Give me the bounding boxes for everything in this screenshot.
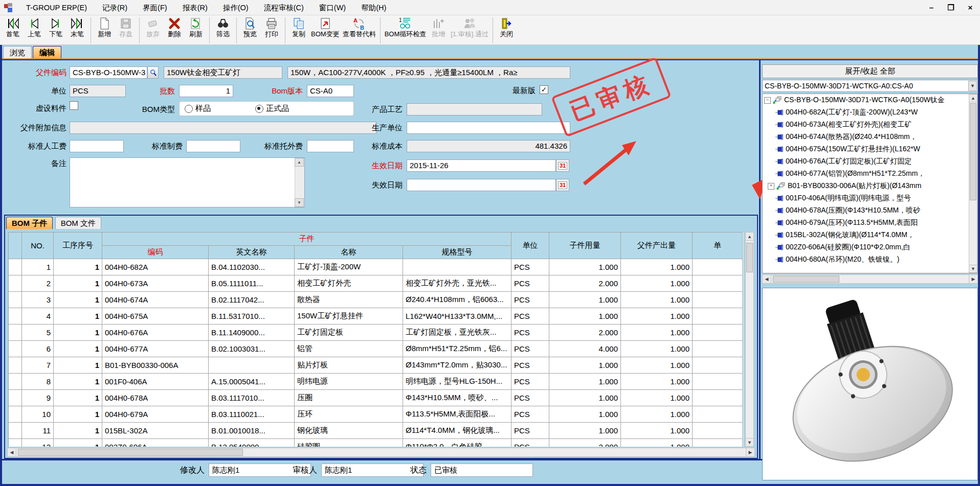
cell[interactable]: 1.000 (621, 259, 693, 275)
tab-bom-children[interactable]: BOM 子件 (6, 217, 53, 229)
row-indicator[interactable] (9, 406, 22, 423)
cell[interactable]: 004H0-679A (102, 406, 209, 423)
cell[interactable]: 1 (54, 292, 102, 308)
cell[interactable]: B.05.1111011... (209, 275, 295, 292)
hscroll-thumb[interactable] (18, 449, 243, 456)
toolbar-button-首笔[interactable]: 首笔 (2, 16, 24, 38)
cell[interactable]: PCS (511, 259, 549, 275)
cell[interactable]: 3 (22, 292, 54, 308)
cell[interactable]: 贴片灯板 (295, 357, 403, 374)
cell[interactable]: 铝管 (295, 341, 403, 357)
cell[interactable] (209, 357, 295, 374)
cell[interactable]: A.15.0005041... (209, 374, 295, 390)
cell[interactable] (693, 357, 743, 374)
row-indicator[interactable] (9, 292, 22, 308)
cell[interactable]: 1.000 (549, 390, 621, 406)
cell[interactable]: 004H0-673A (102, 275, 209, 292)
cell[interactable]: 1 (54, 341, 102, 357)
scroll-left-icon[interactable]: ◀ (7, 448, 16, 457)
cell[interactable]: 2.000 (549, 439, 621, 447)
cell[interactable]: 004H0-677A (102, 341, 209, 357)
cell[interactable]: 1.000 (621, 308, 693, 325)
menu-item-1[interactable]: 记录(R) (95, 0, 135, 15)
cell[interactable]: PCS (511, 357, 549, 374)
expand-icon[interactable]: + (768, 183, 774, 190)
bom-version-field[interactable]: CS-A0 (307, 85, 354, 97)
scroll-up-icon[interactable]: ▲ (295, 158, 304, 167)
row-indicator[interactable] (9, 439, 22, 447)
cell[interactable]: Φ113.5*H5MM,表面阳极... (403, 406, 511, 423)
cell[interactable] (693, 292, 743, 308)
cell[interactable]: 150W工矿灯悬挂件 (295, 308, 403, 325)
tree-item[interactable]: 001F0-406A(明纬电源)(明纬电源，型号 (763, 192, 967, 204)
tree-item[interactable]: 015BL-302A(钢化玻璃)(Ø114*T4.0MM， (763, 229, 967, 241)
close-button[interactable]: × (961, 0, 980, 15)
remark-field[interactable]: ▲ ▼ (70, 157, 305, 207)
cell[interactable]: 004H0-674A (102, 292, 209, 308)
cell[interactable]: Φ143*H10.5MM，喷砂、... (403, 390, 511, 406)
toolbar-button-上笔[interactable]: 上笔 (24, 16, 45, 38)
tree-item[interactable]: 004H0-680A(吊环)(M20、铁镀镍。) (763, 253, 967, 266)
cell[interactable]: 004H0-675A (102, 308, 209, 325)
cell[interactable]: 1.000 (621, 390, 693, 406)
cell[interactable]: 1.000 (621, 357, 693, 374)
cell[interactable] (693, 423, 743, 439)
cell[interactable]: 1.000 (549, 423, 621, 439)
cell[interactable]: 004H0-676A (102, 325, 209, 341)
restore-button[interactable]: ❐ (941, 0, 961, 15)
cell[interactable]: 1 (54, 275, 102, 292)
toolbar-button-存盘[interactable]: 存盘 (115, 16, 137, 38)
cell[interactable]: B.02.1117042... (209, 292, 295, 308)
effective-date-field[interactable]: 2015-11-26 (407, 159, 556, 172)
cell[interactable]: PCS (511, 275, 549, 292)
cell[interactable]: B.03.1117010... (209, 390, 295, 406)
std-labor-field[interactable] (70, 140, 124, 152)
cell[interactable]: Ø143mm*T2.0mm，贴3030... (403, 357, 511, 374)
cell[interactable]: 1.000 (621, 325, 693, 341)
cell[interactable]: 明纬电源，型号HLG-150H... (403, 374, 511, 390)
toolbar-button-筛选[interactable]: 筛选 (212, 16, 234, 38)
cell[interactable]: 10 (22, 406, 54, 423)
menu-item-4[interactable]: 操作(O) (215, 0, 256, 15)
cell[interactable]: L162*W40*H133*T3.0MM,... (403, 308, 511, 325)
cell[interactable]: 1 (54, 439, 102, 447)
cell[interactable]: 1.000 (621, 341, 693, 357)
bom-version-dropdown[interactable]: CS-BYB-O-150MW-30D71-WCTKG-A0:CS-A0 (762, 80, 978, 92)
cell[interactable]: 1 (54, 357, 102, 374)
cell[interactable]: Ø114*T4.0MM，钢化玻璃... (403, 423, 511, 439)
vscroll-thumb[interactable] (746, 243, 753, 272)
std-mfg-field[interactable] (186, 140, 240, 152)
cell[interactable]: Ø240.4*H108mm，铝6063... (403, 292, 511, 308)
cell[interactable]: 1.000 (549, 308, 621, 325)
tree-item[interactable]: 004H0-678A(压圈)(Φ143*H10.5MM，喷砂 (763, 204, 967, 217)
tab-edit[interactable]: 编辑 (33, 46, 61, 58)
minimize-button[interactable]: – (922, 0, 941, 15)
cell[interactable]: 1.000 (621, 423, 693, 439)
row-indicator[interactable] (9, 357, 22, 374)
dropdown-arrow-icon[interactable]: ▼ (968, 81, 977, 91)
toolbar-button-打印[interactable]: 打印 (261, 16, 282, 38)
cell[interactable]: B01-BYB00330-006A (102, 357, 209, 374)
cell[interactable]: Φ110*Φ2.0，白色硅胶... (403, 439, 511, 447)
effective-date-calendar-icon[interactable]: 31 (556, 159, 569, 172)
cell[interactable]: 1.000 (621, 292, 693, 308)
cell[interactable]: PCS (511, 423, 549, 439)
row-indicator[interactable] (9, 390, 22, 406)
cell[interactable] (693, 275, 743, 292)
tree-item[interactable]: 004H0-679A(压环)(Φ113.5*H5MM,表面阳 (763, 217, 967, 229)
batch-field[interactable]: 1 (179, 85, 233, 97)
row-indicator[interactable] (9, 308, 22, 325)
row-indicator[interactable] (9, 341, 22, 357)
cell[interactable]: PCS (511, 439, 549, 447)
cell[interactable]: 工矿灯固定板 (295, 325, 403, 341)
cell[interactable]: 1.000 (621, 275, 693, 292)
scroll-left-icon[interactable]: ◀ (762, 274, 771, 284)
toolbar-button-新增[interactable]: 新增 (94, 16, 115, 38)
menu-item-2[interactable]: 界面(F) (135, 0, 175, 15)
cell[interactable] (693, 341, 743, 357)
cell[interactable]: 11 (22, 423, 54, 439)
parent-code-lookup-icon[interactable] (147, 66, 159, 79)
menu-item-3[interactable]: 报表(R) (175, 0, 215, 15)
scroll-down-icon[interactable]: ▼ (745, 438, 754, 447)
scroll-up-icon[interactable]: ▲ (745, 232, 754, 241)
